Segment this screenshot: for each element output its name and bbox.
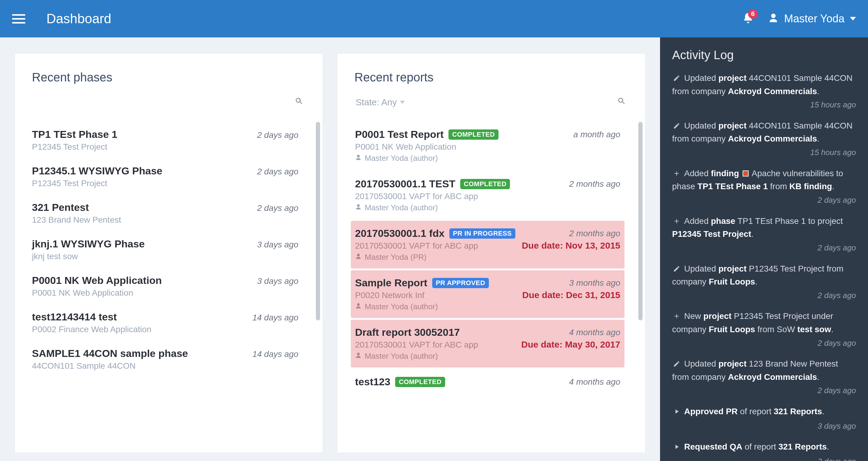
state-filter-dropdown[interactable]: State: Any	[352, 95, 408, 109]
activity-ago: 2 days ago	[672, 385, 856, 397]
phase-ago: 14 days ago	[252, 313, 299, 322]
card-title: Recent phases	[15, 54, 322, 92]
activity-text: Requested QA of report 321 Reports.	[684, 442, 829, 451]
phase-item[interactable]: TP1 TEst Phase 12 days agoP12345 Test Pr…	[28, 122, 302, 159]
phase-project: P0002 Finance Web Application	[32, 325, 299, 334]
scrollbar[interactable]	[638, 122, 643, 320]
phase-project: 44CON101 Sample 44CON	[32, 361, 299, 371]
plus-icon	[672, 311, 681, 323]
phase-item[interactable]: jknj.1 WYSIWYG Phase3 days agojknj test …	[28, 231, 302, 268]
phase-ago: 3 days ago	[257, 276, 299, 286]
phase-item[interactable]: P12345.1 WYSIWYG Phase2 days agoP12345 T…	[28, 159, 302, 195]
activity-log-item[interactable]: Updated project 123 Brand New Pentest fr…	[672, 358, 856, 397]
report-due-date: Due date: Dec 31, 2015	[522, 290, 620, 300]
activity-ago: 15 hours ago	[672, 147, 856, 159]
play-icon	[672, 442, 681, 454]
report-title: Sample Report	[355, 277, 427, 289]
activity-ago: 2 days ago	[672, 338, 856, 349]
notifications-button[interactable]: 6	[742, 12, 754, 25]
search-phases-button[interactable]	[292, 94, 306, 110]
report-title: 20170530001.1 fdx	[355, 228, 444, 239]
activity-title: Activity Log	[672, 48, 856, 62]
report-title: Draft report 30052017	[355, 326, 460, 338]
user-name: Master Yoda	[784, 12, 844, 25]
activity-text: Updated project P12345 Test Project from…	[672, 264, 844, 287]
report-item[interactable]: Draft report 300520174 months ago2017053…	[351, 320, 624, 368]
report-project: P0001 NK Web Application	[355, 142, 620, 152]
play-icon	[672, 406, 681, 419]
activity-ago: 2 days ago	[672, 195, 856, 206]
report-item[interactable]: 20170530001.1 fdxPR IN PROGRESS2 months …	[351, 221, 624, 268]
activity-log-item[interactable]: Approved PR of report 321 Reports.3 days…	[672, 405, 856, 432]
pencil-icon	[672, 73, 681, 85]
user-icon	[768, 13, 779, 25]
report-author: Master Yoda (PR)	[355, 253, 522, 262]
notification-count-badge: 6	[748, 9, 758, 19]
topbar: Dashboard 6 Master Yoda	[0, 0, 868, 37]
menu-toggle-button[interactable]	[12, 14, 25, 24]
scrollbar[interactable]	[316, 122, 320, 320]
pencil-icon	[672, 121, 681, 133]
pencil-icon	[672, 264, 681, 276]
status-badge: COMPLETED	[460, 179, 510, 189]
phase-project: jknj test sow	[32, 252, 299, 261]
activity-text: Updated project 44CON101 Sample 44CON fr…	[672, 73, 852, 96]
activity-ago: 3 days ago	[672, 421, 856, 432]
activity-log-item[interactable]: Requested QA of report 321 Reports.3 day…	[672, 441, 856, 461]
report-item[interactable]: test123COMPLETED4 months ago	[351, 369, 624, 394]
user-icon	[355, 253, 362, 262]
report-item[interactable]: 20170530001.1 TESTCOMPLETED2 months ago2…	[351, 171, 624, 219]
status-badge: COMPLETED	[395, 377, 445, 387]
chevron-down-icon	[400, 101, 405, 104]
report-ago: 4 months ago	[569, 377, 620, 387]
status-badge: PR APPROVED	[432, 278, 489, 288]
status-badge: PR IN PROGRESS	[450, 228, 516, 239]
report-due-date: Due date: May 30, 2017	[521, 339, 621, 350]
activity-log-panel: Activity Log Updated project 44CON101 Sa…	[660, 37, 868, 461]
plus-icon	[672, 168, 681, 181]
user-icon	[355, 302, 362, 311]
report-title: test123	[355, 376, 390, 388]
report-due-date: Due date: Nov 13, 2015	[522, 240, 620, 251]
report-item[interactable]: P0001 Test ReportCOMPLETEDa month agoP00…	[351, 122, 624, 170]
activity-ago: 2 days ago	[672, 290, 856, 301]
activity-log-item[interactable]: Updated project 44CON101 Sample 44CON fr…	[672, 72, 856, 111]
activity-text: Added phase TP1 TEst Phase 1 to project …	[672, 216, 843, 239]
page-title: Dashboard	[46, 11, 111, 26]
phase-item[interactable]: test12143414 test14 days agoP0002 Financ…	[28, 305, 302, 341]
activity-log-item[interactable]: Updated project P12345 Test Project from…	[672, 263, 856, 301]
state-filter-label: State: Any	[355, 97, 397, 107]
user-menu[interactable]: Master Yoda	[768, 12, 856, 25]
activity-log-item[interactable]: Added phase TP1 TEst Phase 1 to project …	[672, 215, 856, 254]
user-icon	[355, 351, 362, 361]
phase-project: P12345 Test Project	[32, 179, 299, 188]
user-icon	[355, 153, 362, 163]
plus-icon	[672, 216, 681, 228]
report-ago: 2 months ago	[569, 179, 620, 189]
phase-title: SAMPLE1 44CON sample phase	[32, 348, 188, 359]
activity-log-item[interactable]: Updated project 44CON101 Sample 44CON fr…	[672, 120, 856, 159]
phase-item[interactable]: SAMPLE1 44CON sample phase14 days ago44C…	[28, 341, 302, 377]
report-item[interactable]: Sample ReportPR APPROVED3 months agoP002…	[351, 270, 624, 318]
search-reports-button[interactable]	[615, 94, 628, 110]
phase-item[interactable]: P0001 NK Web Application3 days agoP0001 …	[28, 268, 302, 305]
chevron-down-icon	[850, 17, 856, 21]
report-ago: 4 months ago	[569, 328, 620, 337]
activity-log-item[interactable]: New project P12345 Test Project under co…	[672, 310, 856, 349]
recent-reports-card: Recent reports State: Any P0001 Test Rep…	[338, 54, 645, 453]
phase-ago: 2 days ago	[257, 167, 299, 176]
bell-icon	[742, 20, 754, 25]
phase-ago: 14 days ago	[252, 349, 299, 359]
activity-text: Approved PR of report 321 Reports.	[684, 407, 824, 416]
activity-log-item[interactable]: Added finding Apache vulnerabilities to …	[672, 168, 856, 206]
report-author: Master Yoda (author)	[355, 153, 620, 163]
report-title: P0001 Test Report	[355, 128, 444, 140]
activity-ago: 15 hours ago	[672, 99, 856, 111]
phase-item[interactable]: 321 Pentest2 days ago123 Brand New Pente…	[28, 195, 302, 231]
phase-project: P12345 Test Project	[32, 142, 299, 152]
report-project: P0020 Network Inf	[355, 291, 522, 300]
phase-title: P12345.1 WYSIWYG Phase	[32, 165, 162, 177]
card-title: Recent reports	[338, 54, 645, 92]
activity-text: New project P12345 Test Project under co…	[672, 311, 833, 334]
report-project: 20170530001 VAPT for ABC app	[355, 241, 522, 251]
